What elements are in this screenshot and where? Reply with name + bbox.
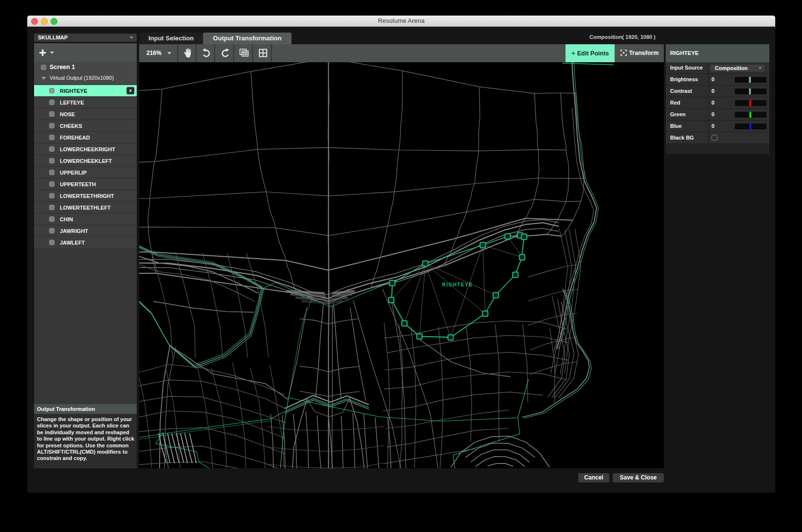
svg-text:RIGHTEYE: RIGHTEYE [442, 282, 473, 287]
